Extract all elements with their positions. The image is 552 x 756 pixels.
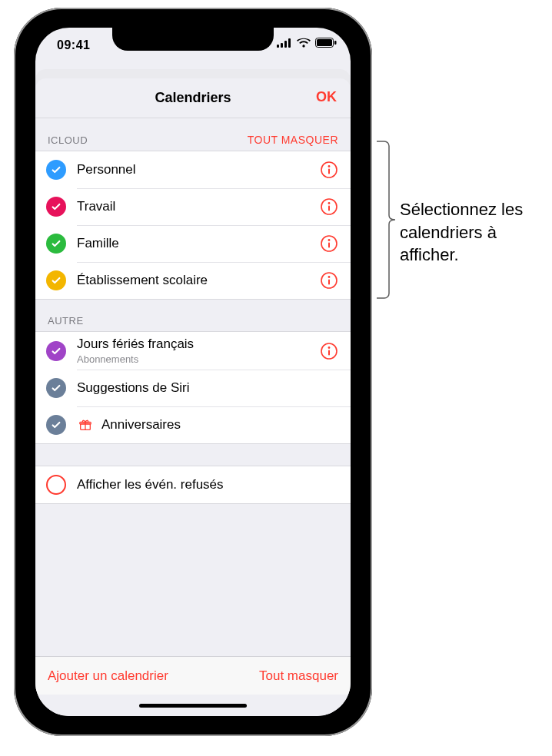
hide-all-icloud-button[interactable]: TOUT MASQUER: [248, 134, 338, 146]
hide-all-button[interactable]: Tout masquer: [259, 668, 338, 684]
svg-rect-12: [328, 206, 330, 211]
calendar-label: Établissement scolaire: [77, 273, 320, 288]
section-header-label: ICLOUD: [48, 134, 88, 146]
svg-rect-1: [281, 43, 283, 48]
calendar-label: Jours fériés français: [77, 337, 320, 352]
svg-rect-6: [334, 41, 337, 45]
svg-rect-0: [277, 45, 279, 48]
checkmark-icon: [51, 238, 62, 249]
phone-notch: [112, 28, 274, 51]
calendar-row-jours-feries[interactable]: Jours fériés français Abonnements: [35, 332, 351, 370]
svg-rect-21: [328, 350, 330, 355]
svg-rect-15: [328, 243, 330, 248]
phone-frame: 09:41: [14, 8, 372, 736]
gift-icon: [77, 418, 94, 432]
section-header-label: AUTRE: [48, 315, 84, 327]
svg-rect-5: [317, 39, 332, 46]
checkmark-icon: [51, 346, 62, 356]
checkbox-personnel[interactable]: [46, 160, 66, 180]
callout-text: Sélectionnez les calendriers à afficher.: [400, 198, 546, 267]
calendars-sheet: Calendriers OK ICLOUD TOUT MASQUER: [35, 78, 351, 716]
calendar-row-anniversaires[interactable]: Anniversaires: [35, 406, 351, 443]
svg-point-14: [328, 239, 331, 241]
checkbox-siri[interactable]: [46, 378, 66, 398]
checkbox-jours-feries[interactable]: [46, 341, 66, 361]
icloud-list: Personnel Travail: [35, 151, 351, 300]
callout-bracket-icon: [375, 140, 398, 301]
calendar-label: Anniversaires: [101, 417, 338, 433]
battery-icon: [315, 38, 337, 48]
status-right: [277, 38, 337, 48]
checkmark-icon: [51, 383, 62, 393]
section-header-autre: AUTRE: [35, 300, 351, 331]
svg-point-17: [328, 276, 331, 278]
info-button[interactable]: [320, 234, 338, 253]
checkbox-famille[interactable]: [46, 234, 66, 254]
svg-rect-2: [284, 41, 287, 48]
checkmark-icon: [51, 164, 62, 175]
show-declined-row[interactable]: Afficher les évén. refusés: [35, 466, 351, 503]
info-button[interactable]: [320, 197, 338, 216]
info-icon: [320, 197, 338, 216]
sheet-title: Calendriers: [155, 90, 231, 106]
status-time: 09:41: [57, 38, 90, 52]
checkmark-icon: [51, 201, 62, 212]
svg-rect-3: [288, 38, 291, 48]
phone-screen: 09:41: [35, 28, 351, 716]
calendar-row-famille[interactable]: Famille: [35, 225, 351, 262]
checkbox-travail[interactable]: [46, 197, 66, 217]
calendar-label: Personnel: [77, 162, 320, 177]
done-button[interactable]: OK: [316, 89, 337, 105]
calendar-sublabel: Abonnements: [77, 353, 320, 365]
info-icon: [320, 234, 338, 253]
checkbox-etablissement[interactable]: [46, 270, 66, 290]
info-icon: [320, 161, 338, 179]
info-icon: [320, 271, 338, 290]
svg-point-8: [328, 165, 331, 167]
calendar-row-etablissement[interactable]: Établissement scolaire: [35, 262, 351, 299]
calendar-row-travail[interactable]: Travail: [35, 188, 351, 225]
autre-list: Jours fériés français Abonnements: [35, 331, 351, 444]
checkbox-anniversaires[interactable]: [46, 415, 66, 435]
cellular-icon: [277, 38, 292, 48]
checkbox-declined[interactable]: [46, 475, 66, 495]
checkmark-icon: [51, 419, 62, 430]
wifi-icon: [297, 38, 311, 48]
svg-point-20: [328, 346, 331, 349]
svg-rect-18: [328, 280, 330, 285]
declined-label: Afficher les évén. refusés: [77, 477, 338, 492]
section-header-icloud: ICLOUD TOUT MASQUER: [35, 118, 351, 151]
calendar-label: Suggestions de Siri: [77, 380, 338, 396]
sheet-header: Calendriers OK: [35, 78, 351, 118]
info-icon: [320, 342, 338, 360]
bottom-toolbar: Ajouter un calendrier Tout masquer: [35, 656, 351, 695]
calendar-row-personnel[interactable]: Personnel: [35, 151, 351, 188]
calendar-label: Travail: [77, 199, 320, 214]
info-button[interactable]: [320, 271, 338, 290]
declined-list: Afficher les évén. refusés: [35, 466, 351, 504]
add-calendar-button[interactable]: Ajouter un calendrier: [48, 668, 168, 684]
info-button[interactable]: [320, 342, 338, 360]
section-gap: [35, 444, 351, 466]
calendar-row-siri[interactable]: Suggestions de Siri: [35, 370, 351, 406]
home-indicator[interactable]: [35, 695, 351, 716]
svg-rect-9: [328, 169, 330, 174]
svg-point-11: [328, 202, 331, 204]
calendar-label: Famille: [77, 236, 320, 251]
checkmark-icon: [51, 275, 62, 286]
info-button[interactable]: [320, 161, 338, 179]
